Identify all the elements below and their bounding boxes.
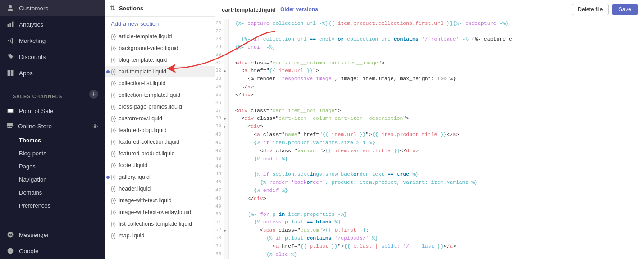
- code-line-content[interactable]: {% render 'backorder', product: item.pro…: [228, 178, 644, 186]
- code-line-content[interactable]: <a href="{{ item.url }}">: [228, 67, 644, 75]
- code-line-content[interactable]: <div class="cart-item__not-image">: [228, 107, 644, 115]
- code-line-content[interactable]: <div>: [228, 123, 644, 131]
- sidebar-item-discounts[interactable]: Discounts: [0, 49, 105, 65]
- code-row: 42 <div class="variant">{{ item.variant.…: [215, 147, 644, 155]
- add-section-link[interactable]: Add a new section: [105, 17, 215, 31]
- delete-file-button[interactable]: Delete file: [572, 4, 609, 15]
- code-line-content[interactable]: {% if p.last contains '/uploads/' %}: [228, 234, 644, 242]
- code-editor[interactable]: 26 {%- capture collection_url -%}{{ item…: [215, 19, 644, 259]
- line-number: 29: [215, 43, 224, 51]
- section-file-collection-list[interactable]: {/} collection-list.liquid: [105, 77, 215, 89]
- section-file-blog[interactable]: {/} blog-template.liquid: [105, 54, 215, 66]
- code-row: 41 {% if item.product.variants.size > 1 …: [215, 139, 644, 147]
- sales-channels-label: SALES CHANNELS: [6, 87, 69, 101]
- section-file-cross-page[interactable]: {/} cross-page-promos.liquid: [105, 101, 215, 113]
- line-number: 50: [215, 210, 224, 218]
- code-line-content[interactable]: {%- for p in item.properties -%}: [228, 210, 644, 218]
- gutter: ▶: [224, 114, 228, 123]
- code-row: 49: [215, 203, 644, 210]
- section-file-featured-collection[interactable]: {/} featured-collection.liquid: [105, 136, 215, 148]
- gutter: [224, 242, 228, 250]
- sidebar-item-analytics[interactable]: Analytics: [0, 16, 105, 32]
- code-line-content[interactable]: {% if section.settings.show_backorder_te…: [228, 170, 644, 178]
- section-file-collection-template[interactable]: {/} collection-template.liquid: [105, 89, 215, 101]
- gutter: [224, 210, 228, 218]
- editor-title: cart-template.liquid Older versions: [222, 6, 318, 13]
- code-line-content[interactable]: {% else %}: [228, 250, 644, 259]
- eye-icon[interactable]: 👁: [92, 123, 98, 130]
- sidebar-sub-preferences[interactable]: Preferences: [0, 199, 105, 212]
- code-line-content[interactable]: <span class="custom">{{ p.first }}:: [228, 226, 644, 234]
- code-line-content[interactable]: {% if item.product.variants.size > 1 %}: [228, 139, 644, 147]
- sub-item-label: Themes: [19, 137, 41, 144]
- code-line-content[interactable]: [228, 99, 644, 107]
- sidebar-item-marketing[interactable]: Marketing: [0, 32, 105, 49]
- section-file-list-collections[interactable]: {/} list-collections-template.liquid: [105, 218, 215, 230]
- line-number: 30: [215, 51, 224, 59]
- section-file-image-text-overlay[interactable]: {/} image-with-text-overlay.liquid: [105, 206, 215, 218]
- file-icon: {/}: [111, 162, 116, 168]
- code-line-content[interactable]: <a href="{{ p.last }}">{{ p.last | split…: [228, 242, 644, 250]
- older-versions-link[interactable]: Older versions: [280, 6, 318, 13]
- code-line-content[interactable]: <a class="name" href="{{ item.url }}">{{…: [228, 131, 644, 139]
- sidebar-item-point-of-sale[interactable]: Point of Sale: [0, 103, 105, 119]
- code-line-content[interactable]: {% endif %}: [228, 155, 644, 163]
- code-line-content[interactable]: {%- capture collection_url -%}{{ item.pr…: [228, 19, 644, 27]
- code-row: 44: [215, 163, 644, 170]
- section-file-header[interactable]: {/} header.liquid: [105, 183, 215, 195]
- add-sales-channel-button[interactable]: +: [89, 90, 98, 99]
- code-line-content[interactable]: {% endif %}: [228, 186, 644, 195]
- code-line-content[interactable]: {%- if collection_url == empty or collec…: [228, 35, 644, 43]
- code-line-content[interactable]: </div>: [228, 195, 644, 203]
- code-line-content[interactable]: [228, 51, 644, 59]
- file-icon: {/}: [111, 92, 116, 98]
- section-file-article[interactable]: {/} article-template.liquid: [105, 31, 215, 42]
- code-line-content[interactable]: {% unless p.last == blank %}: [228, 218, 644, 226]
- sidebar-item-messenger[interactable]: Messenger: [0, 227, 105, 243]
- sidebar-item-apps[interactable]: Apps: [0, 65, 105, 81]
- file-name: image-with-text.liquid: [119, 197, 171, 204]
- sections-panel: ⇅ Sections Add a new section {/} article…: [105, 0, 215, 259]
- code-line-content[interactable]: </div>: [228, 91, 644, 99]
- sub-item-label: Navigation: [19, 176, 46, 183]
- sidebar-sub-pages[interactable]: Pages: [0, 160, 105, 173]
- sidebar-item-customers[interactable]: Customers: [0, 0, 105, 16]
- file-icon: {/}: [111, 232, 116, 239]
- sidebar-item-google[interactable]: G Google: [0, 243, 105, 259]
- section-file-map[interactable]: {/} map.liquid: [105, 230, 215, 241]
- code-line-content[interactable]: <div class="cart-item__column cart-item_…: [228, 59, 644, 67]
- sidebar-sub-blog-posts[interactable]: Blog posts: [0, 147, 105, 160]
- section-file-custom-row[interactable]: {/} custom-row.liquid: [105, 113, 215, 124]
- svg-text:G: G: [9, 249, 11, 253]
- gutter: [224, 163, 228, 170]
- code-line-content[interactable]: [228, 203, 644, 210]
- file-icon: {/}: [111, 45, 116, 51]
- section-file-featured-blog[interactable]: {/} featured-blog.liquid: [105, 124, 215, 136]
- code-line-content[interactable]: {% render 'responsive-image', image: ite…: [228, 75, 644, 83]
- sidebar-sub-themes[interactable]: Themes: [0, 134, 105, 147]
- sidebar-sub-domains[interactable]: Domains: [0, 186, 105, 199]
- file-name: header.liquid: [119, 186, 151, 192]
- section-file-list: {/} article-template.liquid {/} backgrou…: [105, 31, 215, 259]
- line-number: 35: [215, 91, 224, 99]
- code-row: 46 {% render 'backorder', product: item.…: [215, 178, 644, 186]
- section-file-bg-video[interactable]: {/} background-video.liquid: [105, 42, 215, 54]
- section-file-cart[interactable]: {/} cart-template.liquid: [105, 66, 215, 77]
- code-line-content[interactable]: <div class="variant">{{ item.variant.tit…: [228, 147, 644, 155]
- section-file-image-text[interactable]: {/} image-with-text.liquid: [105, 195, 215, 206]
- section-file-footer[interactable]: {/} footer.liquid: [105, 159, 215, 171]
- code-line-content[interactable]: {%- endif -%}: [228, 43, 644, 51]
- code-line-content[interactable]: [228, 27, 644, 35]
- sidebar-item-online-store[interactable]: Online Store 👁: [0, 119, 105, 134]
- code-line-content[interactable]: <div class="cart-item__column cart-item_…: [228, 114, 644, 123]
- gutter: [224, 19, 228, 27]
- code-line-content[interactable]: [228, 163, 644, 170]
- save-button[interactable]: Save: [612, 4, 638, 15]
- section-file-featured-product[interactable]: {/} featured-product.liquid: [105, 148, 215, 159]
- section-file-gallery[interactable]: {/} gallery.liquid: [105, 171, 215, 183]
- code-row: 28 {%- if collection_url == empty or col…: [215, 35, 644, 43]
- code-line-content[interactable]: </a>: [228, 83, 644, 91]
- sidebar-sub-navigation[interactable]: Navigation: [0, 173, 105, 186]
- code-row: 53 {% if p.last contains '/uploads/' %}: [215, 234, 644, 242]
- line-number: 37: [215, 107, 224, 115]
